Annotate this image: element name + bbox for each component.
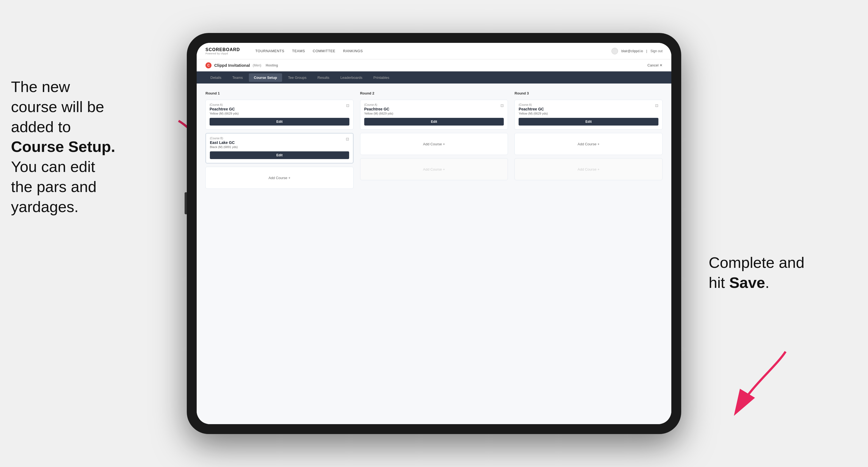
nav-right: blair@clippd.io | Sign out: [612, 48, 662, 54]
round-2-col: Round 2 (Course A) Peachtree GC Yellow (…: [360, 91, 508, 189]
logo-subtitle: Powered by clippd: [206, 52, 240, 55]
round-2-course-a-delete-button[interactable]: ⊡: [499, 103, 505, 108]
user-avatar: [612, 48, 618, 54]
round-3-course-a-delete-button[interactable]: ⊡: [654, 103, 659, 108]
round-3-label: Round 3: [515, 91, 662, 95]
round-1-course-b-card: (Course B) East Lake GC Black (M) (6891 …: [206, 133, 353, 163]
round-2-add-course-disabled: Add Course +: [360, 158, 508, 180]
main-content: Round 1 (Course A) Peachtree GC Yellow (…: [197, 84, 671, 424]
round-2-course-a-edit-button[interactable]: Edit: [364, 118, 504, 126]
tournament-name: Clippd Invitational: [214, 63, 250, 68]
nav-rankings[interactable]: RANKINGS: [343, 49, 363, 53]
tournament-gender: (Men): [253, 63, 261, 67]
tab-course-setup[interactable]: Course Setup: [249, 73, 282, 82]
tab-bar: Details Teams Course Setup Tee Groups Re…: [197, 71, 671, 84]
round-3-add-course-disabled-label: Add Course +: [578, 167, 600, 172]
user-email: blair@clippd.io: [621, 49, 643, 53]
nav-tournaments[interactable]: TOURNAMENTS: [255, 49, 285, 53]
round-1-label: Round 1: [206, 91, 353, 95]
round-3-course-a-card: (Course A) Peachtree GC Yellow (M) (6629…: [515, 100, 662, 130]
round-2-add-course-label: Add Course +: [423, 142, 445, 146]
hosting-badge: Hosting: [266, 63, 278, 67]
tournament-bar: C Clippd Invitational (Men) Hosting Canc…: [197, 59, 671, 71]
round-1-add-course-button[interactable]: Add Course +: [206, 167, 353, 189]
round-1-course-b-name: East Lake GC: [210, 141, 349, 145]
tournament-logo-letter: C: [207, 63, 210, 67]
tournament-logo: C: [206, 62, 212, 68]
tablet-shell: SCOREBOARD Powered by clippd TOURNAMENTS…: [187, 33, 681, 434]
tournament-title: C Clippd Invitational (Men) Hosting: [206, 62, 278, 68]
annotation-left: The newcourse will beadded toCourse Setu…: [11, 77, 170, 217]
round-1-col: Round 1 (Course A) Peachtree GC Yellow (…: [206, 91, 353, 189]
sign-out-link[interactable]: Sign out: [650, 49, 662, 53]
tab-details[interactable]: Details: [206, 73, 226, 82]
tablet-screen: SCOREBOARD Powered by clippd TOURNAMENTS…: [197, 43, 671, 424]
round-2-add-course-disabled-label: Add Course +: [423, 167, 445, 172]
nav-items: TOURNAMENTS TEAMS COMMITTEE RANKINGS: [255, 49, 600, 53]
cancel-button[interactable]: Cancel ✕: [647, 63, 662, 67]
round-1-course-a-card: (Course A) Peachtree GC Yellow (M) (6629…: [206, 100, 353, 130]
round-1-course-a-name: Peachtree GC: [210, 107, 349, 111]
tab-leaderboards[interactable]: Leaderboards: [335, 73, 367, 82]
round-1-course-a-edit-button[interactable]: Edit: [210, 118, 349, 126]
rounds-grid: Round 1 (Course A) Peachtree GC Yellow (…: [206, 91, 662, 189]
tab-printables[interactable]: Printables: [368, 73, 394, 82]
nav-separator: |: [646, 49, 647, 53]
round-1-course-b-info: Black (M) (6891 yds): [210, 145, 349, 149]
annotation-right-text: Complete andhit Save.: [709, 254, 805, 291]
round-1-course-b-edit-button[interactable]: Edit: [210, 151, 349, 159]
round-2-add-course-button[interactable]: Add Course +: [360, 133, 508, 155]
round-1-course-b-delete-button[interactable]: ⊡: [345, 136, 350, 142]
annotation-right: Complete andhit Save.: [709, 253, 851, 293]
tab-tee-groups[interactable]: Tee Groups: [283, 73, 311, 82]
annotation-left-text: The newcourse will beadded toCourse Setu…: [11, 78, 115, 215]
round-1-add-course-label: Add Course +: [268, 176, 290, 180]
nav-teams[interactable]: TEAMS: [292, 49, 305, 53]
round-2-course-a-name: Peachtree GC: [364, 107, 504, 111]
round-3-course-a-info: Yellow (M) (6629 yds): [519, 112, 658, 115]
arrow-right-icon: [720, 346, 791, 417]
round-1-course-a-delete-button[interactable]: ⊡: [345, 103, 350, 108]
round-3-add-course-button[interactable]: Add Course +: [515, 133, 662, 155]
round-1-course-a-tag: (Course A): [210, 103, 349, 106]
scoreboard-logo: SCOREBOARD Powered by clippd: [206, 47, 240, 55]
round-3-course-a-name: Peachtree GC: [519, 107, 658, 111]
nav-committee[interactable]: COMMITTEE: [313, 49, 336, 53]
top-nav: SCOREBOARD Powered by clippd TOURNAMENTS…: [197, 43, 671, 59]
round-1-course-a-info: Yellow (M) (6629 yds): [210, 112, 349, 115]
round-2-course-a-tag: (Course A): [364, 103, 504, 106]
round-2-course-a-info: Yellow (M) (6629 yds): [364, 112, 504, 115]
logo-title: SCOREBOARD: [206, 47, 240, 52]
tab-teams[interactable]: Teams: [227, 73, 248, 82]
round-3-add-course-label: Add Course +: [578, 142, 600, 146]
round-3-col: Round 3 (Course A) Peachtree GC Yellow (…: [515, 91, 662, 189]
round-2-course-a-card: (Course A) Peachtree GC Yellow (M) (6629…: [360, 100, 508, 130]
round-3-course-a-edit-button[interactable]: Edit: [519, 118, 658, 126]
tab-results[interactable]: Results: [313, 73, 334, 82]
side-button[interactable]: [185, 192, 187, 214]
round-3-add-course-disabled: Add Course +: [515, 158, 662, 180]
round-1-course-b-tag: (Course B): [210, 137, 349, 140]
round-2-label: Round 2: [360, 91, 508, 95]
round-3-course-a-tag: (Course A): [519, 103, 658, 106]
